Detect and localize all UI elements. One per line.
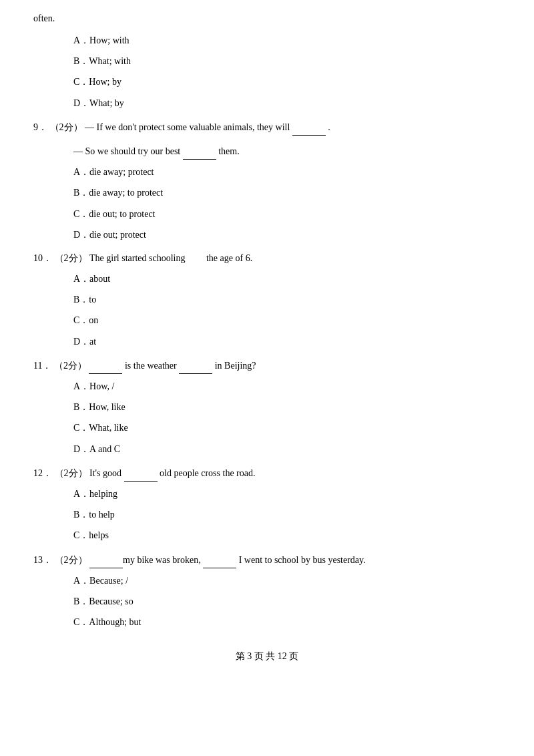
option-d-what-by: D．What; by: [73, 95, 501, 112]
question-11-points: （2分）: [54, 361, 87, 371]
intro-text: often.: [33, 13, 501, 24]
question-9-text2: — So we should try our best them.: [73, 142, 501, 160]
q12-option-b: B．to help: [73, 506, 501, 523]
q12-option-c: C．helps: [73, 527, 501, 544]
question-12-points: （2分）: [55, 468, 87, 478]
q13-option-a: A．Because; /: [73, 572, 501, 589]
option-a-how-with: A．How; with: [73, 32, 501, 49]
question-13: 13． （2分） my bike was broken, I went to s…: [33, 551, 501, 568]
question-11-number: 11．: [33, 361, 51, 371]
option-b-what-with: B．What; with: [73, 53, 501, 69]
q11-option-d: D．A and C: [73, 441, 501, 457]
question-9-text: — If we don't protect some valuable anim…: [85, 122, 330, 132]
question-13-number: 13．: [33, 555, 52, 565]
q11-option-c: C．What, like: [73, 419, 501, 436]
question-13-text: my bike was broken, I went to school by …: [89, 555, 366, 565]
question-10-points: （2分）: [55, 253, 87, 263]
q11-option-a: A．How, /: [73, 378, 501, 395]
q10-option-a: A．about: [73, 270, 501, 287]
page-content: often. A．How; with B．What; with C．How; b…: [33, 13, 501, 663]
question-10-number: 10．: [33, 253, 52, 263]
q12-option-a: A．helping: [73, 486, 501, 502]
q13-option-c: C．Although; but: [73, 614, 501, 630]
q10-option-d: D．at: [73, 333, 501, 350]
question-11-text: is the weather in Beijing?: [89, 361, 256, 371]
question-12: 12． （2分） It's good old people cross the …: [33, 464, 501, 482]
q10-option-c: C．on: [73, 312, 501, 329]
question-9: 9． （2分） — If we don't protect some valua…: [33, 118, 501, 136]
q9-option-c: C．die out; to protect: [73, 206, 501, 222]
question-10: 10． （2分） The girl started schooling the …: [33, 250, 501, 266]
page-footer: 第 3 页 共 12 页: [33, 650, 501, 663]
q11-option-b: B．How, like: [73, 399, 501, 415]
question-9-number: 9．: [33, 122, 47, 132]
page-footer-text: 第 3 页 共 12 页: [236, 651, 299, 661]
question-13-points: （2分）: [55, 555, 87, 565]
question-11: 11． （2分） is the weather in Beijing?: [33, 357, 501, 374]
question-12-text: It's good old people cross the road.: [89, 468, 256, 478]
q9-option-d: D．die out; protect: [73, 226, 501, 243]
q9-option-b: B．die away; to protect: [73, 184, 501, 201]
q10-option-b: B．to: [73, 291, 501, 308]
question-10-text: The girl started schooling the age of 6.: [89, 253, 252, 263]
q13-option-b: B．Because; so: [73, 593, 501, 610]
option-c-how-by: C．How; by: [73, 73, 501, 90]
question-12-number: 12．: [33, 468, 52, 478]
question-9-points: （2分）: [50, 122, 83, 132]
q9-option-a: A．die away; protect: [73, 164, 501, 180]
